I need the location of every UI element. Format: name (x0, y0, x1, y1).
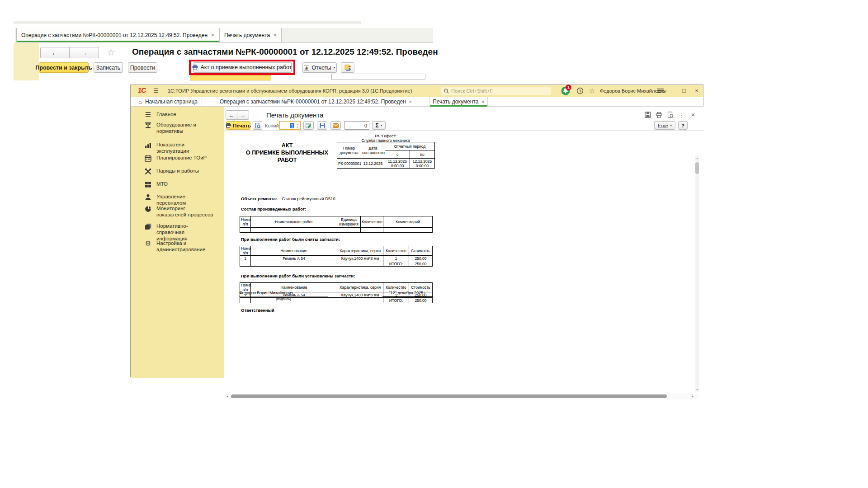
main-menu-icon[interactable]: ☰ (153, 85, 159, 97)
tab-label: Операция с запчастями №РК-00000001 от 12… (21, 32, 208, 38)
tab-label: Начальная страница (145, 99, 198, 105)
cell-name: Ремень А 54 (251, 256, 337, 261)
sidebar-item-settings[interactable]: ⚙ Настройка и администрирование (131, 240, 224, 253)
fragment-form-area: ← → ☆ Операция с запчастями №РК-00000001… (14, 43, 433, 80)
horizontal-scroll-thumb[interactable] (231, 394, 667, 398)
content-area: ← → Печать документа ⋮ ✕ Печать (224, 107, 704, 378)
tab-home[interactable]: ⌂ Начальная страница (134, 97, 202, 106)
more-icon[interactable]: ⋮ (678, 111, 686, 118)
edit-table-button[interactable] (303, 121, 314, 130)
equipment-icon (144, 122, 152, 129)
print-icon[interactable] (655, 111, 663, 118)
home-icon: ⌂ (138, 99, 142, 105)
fragment-top-band (14, 21, 361, 24)
post-and-close-button[interactable]: Провести и закрыть (39, 62, 89, 73)
tab-close-icon[interactable]: × (409, 99, 412, 104)
scroll-right-icon[interactable]: ▸ (690, 394, 695, 399)
reports-button[interactable]: Отчеты ▾ (302, 62, 337, 73)
cropped-input-fragment[interactable] (331, 74, 425, 80)
act-print-button[interactable]: Акт о приемке выполненных работ (193, 62, 292, 73)
installed-parts-section-title: При выполнении работ были установлены за… (241, 273, 355, 278)
sidebar-item-main[interactable]: ☰ Главное (131, 111, 224, 118)
counter-field[interactable]: 0 (344, 121, 369, 130)
screenshot-root: Операция с запчастями №РК-00000001 от 12… (0, 0, 868, 488)
favorites-star-icon[interactable]: ☆ (589, 85, 595, 96)
sidebar-item-label: Планирование ТОиР (156, 155, 207, 161)
history-icon[interactable] (576, 87, 584, 94)
tab-close-icon[interactable]: × (211, 32, 214, 38)
fragment-history-nav: ← → (40, 47, 99, 58)
printer-icon (192, 65, 198, 70)
forward-button[interactable]: → (70, 47, 99, 58)
removed-parts-section-title: При выполнении работ были сняты запчасти… (241, 237, 340, 242)
copies-input[interactable]: 1 ▴ ▾ (279, 121, 301, 130)
sidebar-item-reference-info[interactable]: Нормативно-справочная информация (131, 223, 224, 242)
back-button[interactable]: ← (40, 47, 70, 58)
current-user-name[interactable]: Федоров Борис Михайлович (600, 85, 665, 97)
sidebar-item-equipment[interactable]: Оборудование и нормативы (131, 122, 224, 134)
more-actions-button[interactable]: Еще ▾ (654, 121, 675, 130)
write-button[interactable]: Записать (94, 62, 123, 73)
send-email-button[interactable] (330, 121, 341, 130)
vertical-scrollbar[interactable]: ▴ ▾ (695, 156, 699, 392)
maximize-button[interactable]: □ (679, 85, 689, 97)
favorite-star-icon[interactable]: ☆ (107, 47, 115, 58)
app-title: 1С:ТОИР Управление ремонтами и обслужива… (168, 85, 412, 97)
copies-label: Копий: (265, 123, 280, 128)
scroll-down-icon[interactable]: ▾ (695, 387, 699, 392)
notifications-bell-icon[interactable]: 1 (561, 86, 570, 95)
spinner-control[interactable]: ▴ ▾ (295, 122, 300, 129)
repair-object-value: Станок рейсмусовый D510 (282, 196, 335, 201)
spin-down-icon[interactable]: ▾ (297, 126, 298, 128)
help-button[interactable]: ? (678, 121, 688, 130)
save-icon[interactable] (644, 111, 652, 118)
button-label: Провести и закрыть (35, 65, 92, 71)
sidebar-item-personnel[interactable]: Управление персоналом (131, 193, 224, 206)
sum-button[interactable]: Σ ▾ (372, 121, 386, 130)
act-title-line2: О ПРИЕМКЕ ВЫПОЛНЕННЫХ РАБОТ (236, 149, 339, 164)
scroll-up-icon[interactable]: ▴ (695, 156, 699, 160)
search-icon (444, 89, 449, 94)
create-based-on-button[interactable] (341, 62, 354, 73)
header-cell: Комментарий (383, 216, 433, 228)
panel-close-icon[interactable]: ✕ (689, 111, 697, 118)
minimize-button[interactable]: – (667, 85, 676, 97)
user-settings-icon[interactable] (657, 88, 666, 94)
header-cell: по (410, 150, 435, 159)
sidebar-item-planning[interactable]: Планирование ТОиР (131, 155, 224, 162)
sidebar-item-process-monitoring[interactable]: Мониторинг показателей процессов (131, 205, 224, 218)
header-cell: Количество (361, 216, 383, 228)
tab-operation[interactable]: Операция с запчастями №РК-00000001 от 12… (202, 97, 430, 106)
preview-button[interactable] (253, 121, 262, 130)
header-cell: Единица измерения (337, 216, 361, 228)
copies-value: 1 (290, 123, 294, 128)
sidebar-item-label: Оборудование и нормативы (156, 122, 215, 134)
scroll-left-icon[interactable]: ◂ (225, 394, 230, 399)
tab-close-icon[interactable]: × (481, 99, 484, 104)
sidebar-item-operation-indicators[interactable]: Показатели эксплуатации (131, 141, 224, 154)
organization-block: РК "Гефест" Служба главного механика (337, 134, 434, 143)
back-button[interactable]: ← (226, 110, 237, 120)
fragment-tab-operation[interactable]: Операция с запчастями №РК-00000001 от 12… (16, 28, 219, 42)
table-row: 1 Ремень А 54 Каучук,1400 мм*8 мм 1 250,… (240, 256, 433, 261)
preview-icon[interactable] (666, 111, 675, 118)
save-file-button[interactable] (317, 121, 327, 130)
search-input[interactable] (451, 88, 548, 94)
tab-close-icon[interactable]: × (274, 32, 277, 38)
tab-print-document[interactable]: Печать документа × (430, 97, 488, 106)
button-label: Еще (658, 123, 668, 128)
vertical-scroll-thumb[interactable] (695, 162, 699, 174)
document-date-line: "12" декабря 2025 г. (382, 291, 433, 297)
sidebar-item-work-orders[interactable]: Наряды и работы (131, 168, 224, 175)
forward-button[interactable]: → (237, 110, 249, 120)
global-search-box[interactable] (441, 87, 551, 95)
books-icon (144, 223, 152, 230)
post-button[interactable]: Провести (128, 62, 157, 73)
sidebar-item-mto[interactable]: МТО (131, 181, 224, 188)
print-button[interactable]: Печать (226, 121, 250, 130)
horizontal-scrollbar[interactable]: ◂ ▸ (224, 394, 699, 399)
works-table: Номер п/п Наименование работ Единица изм… (240, 216, 433, 233)
sidebar-item-label: МТО (156, 181, 168, 187)
window-close-button[interactable]: × (692, 85, 701, 97)
fragment-tab-print[interactable]: Печать документа × (219, 28, 282, 42)
